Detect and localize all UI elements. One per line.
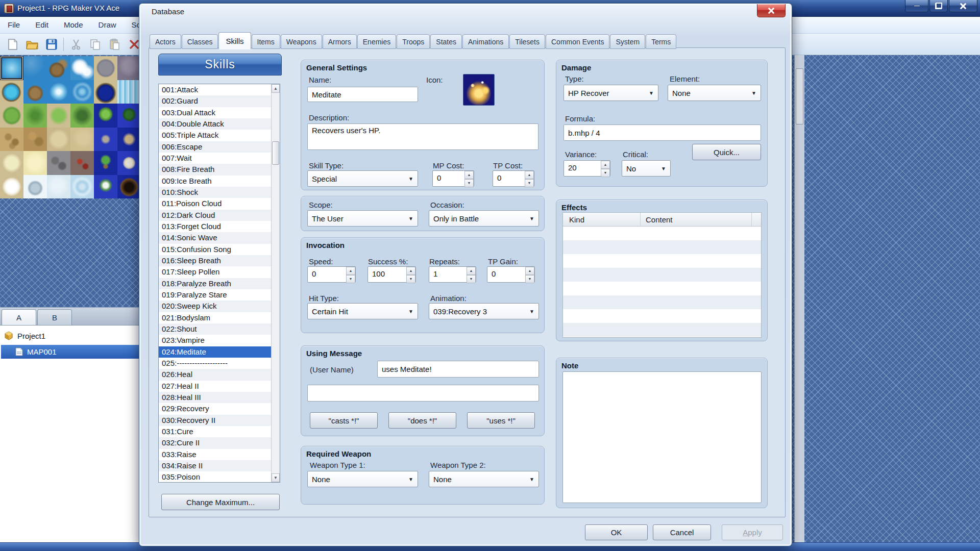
tab-common-events[interactable]: Common Events bbox=[546, 34, 609, 49]
skill-list-item[interactable]: 002:Guard bbox=[159, 95, 271, 107]
palette-tile[interactable] bbox=[47, 56, 70, 80]
effects-row[interactable] bbox=[563, 268, 761, 282]
palette-tile[interactable] bbox=[23, 151, 47, 175]
tp-cost-stepper[interactable]: 0 ▲▼ bbox=[493, 170, 534, 187]
critical-select[interactable]: No▼ bbox=[622, 160, 671, 177]
tab-armors[interactable]: Armors bbox=[323, 34, 357, 49]
tree-item-project[interactable]: Project1 bbox=[4, 330, 45, 342]
tab-enemies[interactable]: Enemies bbox=[357, 34, 396, 49]
skill-list-item[interactable]: 029:Recovery bbox=[159, 403, 271, 414]
skill-list-item[interactable]: 012:Dark Cloud bbox=[159, 210, 271, 221]
palette-tile[interactable] bbox=[117, 151, 141, 175]
effects-row[interactable] bbox=[563, 309, 761, 323]
paste-button[interactable] bbox=[107, 37, 122, 52]
new-project-button[interactable] bbox=[5, 37, 20, 52]
skill-list-item[interactable]: 016:Sleep Breath bbox=[159, 255, 271, 266]
palette-tile[interactable] bbox=[0, 80, 23, 104]
skill-list-item[interactable]: 019:Paralyze Stare bbox=[159, 289, 271, 300]
tab-troops[interactable]: Troops bbox=[397, 34, 430, 49]
spin-up-icon[interactable]: ▲ bbox=[464, 171, 474, 179]
palette-tile[interactable] bbox=[94, 128, 117, 152]
scroll-up-arrow[interactable]: ▲ bbox=[272, 84, 280, 93]
restore-button[interactable] bbox=[929, 0, 948, 12]
skill-list-item[interactable]: 024:Meditate bbox=[159, 346, 271, 358]
spin-down-icon[interactable]: ▼ bbox=[467, 275, 476, 283]
tab-skills[interactable]: Skills bbox=[218, 32, 251, 49]
tab-tilesets[interactable]: Tilesets bbox=[509, 34, 545, 49]
repeats-stepper[interactable]: 1 ▲▼ bbox=[429, 266, 476, 283]
palette-tile[interactable] bbox=[23, 56, 47, 80]
element-select[interactable]: None▼ bbox=[668, 85, 761, 101]
weapon-type2-select[interactable]: None▼ bbox=[429, 471, 539, 487]
tp-gain-stepper[interactable]: 0 ▲▼ bbox=[487, 266, 535, 283]
spin-up-icon[interactable]: ▲ bbox=[346, 267, 355, 275]
skill-list-item[interactable]: 005:Triple Attack bbox=[159, 130, 271, 141]
tab-states[interactable]: States bbox=[430, 34, 462, 49]
message-preset-button[interactable]: "casts *!" bbox=[310, 412, 378, 429]
save-button[interactable] bbox=[44, 37, 59, 52]
tab-animations[interactable]: Animations bbox=[462, 34, 509, 49]
palette-tile[interactable] bbox=[47, 80, 70, 104]
palette-tile[interactable] bbox=[70, 128, 94, 152]
hit-type-select[interactable]: Certain Hit▼ bbox=[307, 303, 418, 319]
palette-tile[interactable] bbox=[94, 56, 117, 80]
palette-tile[interactable] bbox=[0, 128, 23, 152]
palette-tile[interactable] bbox=[0, 56, 23, 80]
skill-list-item[interactable]: 021:Bodyslam bbox=[159, 312, 271, 323]
copy-button[interactable] bbox=[88, 37, 103, 52]
formula-input[interactable] bbox=[564, 124, 761, 141]
skill-list-item[interactable]: 023:Vampire bbox=[159, 335, 271, 346]
effects-rows[interactable] bbox=[562, 227, 762, 338]
skills-scrollbar-thumb[interactable] bbox=[272, 141, 279, 165]
tab-actors[interactable]: Actors bbox=[150, 34, 181, 49]
palette-tile[interactable] bbox=[117, 80, 141, 104]
cancel-button[interactable]: Cancel bbox=[653, 524, 711, 540]
close-window-button[interactable] bbox=[949, 0, 977, 12]
skills-list-scrollbar[interactable]: ▲ ▼ bbox=[271, 84, 280, 482]
palette-tile[interactable] bbox=[117, 175, 141, 199]
skill-list-item[interactable]: 026:Heal bbox=[159, 369, 271, 380]
skill-list-item[interactable]: 011:Poison Cloud bbox=[159, 198, 271, 209]
spin-up-icon[interactable]: ▲ bbox=[467, 267, 476, 275]
skill-list-item[interactable]: 020:Sweep Kick bbox=[159, 300, 271, 312]
palette-tile[interactable] bbox=[0, 151, 23, 175]
palette-tile[interactable] bbox=[70, 175, 94, 199]
tab-system[interactable]: System bbox=[610, 34, 645, 49]
message-line1-input[interactable] bbox=[377, 361, 539, 378]
weapon-type1-select[interactable]: None▼ bbox=[307, 471, 418, 487]
skill-list-item[interactable]: 033:Raise bbox=[159, 449, 271, 460]
effects-row[interactable] bbox=[563, 295, 761, 309]
palette-tile[interactable] bbox=[70, 151, 94, 175]
spin-down-icon[interactable]: ▼ bbox=[601, 169, 610, 177]
name-input[interactable] bbox=[307, 87, 418, 102]
palette-tile[interactable] bbox=[0, 175, 23, 199]
menu-edit[interactable]: Edit bbox=[28, 17, 56, 34]
skill-list-item[interactable]: 034:Raise II bbox=[159, 460, 271, 471]
message-line2-input[interactable] bbox=[307, 385, 539, 402]
menu-mode[interactable]: Mode bbox=[56, 17, 91, 34]
palette-tile[interactable] bbox=[23, 104, 47, 128]
palette-tile[interactable] bbox=[23, 175, 47, 199]
palette-tile[interactable] bbox=[117, 128, 141, 152]
spin-down-icon[interactable]: ▼ bbox=[346, 275, 355, 283]
open-project-button[interactable] bbox=[24, 37, 40, 52]
menu-draw[interactable]: Draw bbox=[91, 17, 124, 34]
effects-column-kind[interactable]: Kind bbox=[563, 213, 641, 226]
skill-list-item[interactable]: 017:Sleep Pollen bbox=[159, 266, 271, 278]
scope-select[interactable]: The User▼ bbox=[307, 210, 418, 227]
dialog-close-button[interactable] bbox=[757, 4, 786, 17]
effects-row[interactable] bbox=[563, 240, 761, 254]
tab-weapons[interactable]: Weapons bbox=[281, 34, 322, 49]
map-scrollbar-thumb[interactable] bbox=[796, 68, 803, 124]
skill-list-item[interactable]: 018:Paralyze Breath bbox=[159, 278, 271, 289]
cut-button[interactable] bbox=[68, 37, 84, 52]
mp-cost-stepper[interactable]: 0 ▲▼ bbox=[432, 170, 474, 187]
palette-tile[interactable] bbox=[70, 104, 94, 128]
skill-list-item[interactable]: 013:Forget Cloud bbox=[159, 221, 271, 232]
palette-tab-a[interactable]: A bbox=[2, 309, 36, 325]
occasion-select[interactable]: Only in Battle▼ bbox=[429, 210, 539, 227]
palette-tab-b[interactable]: B bbox=[37, 309, 72, 325]
palette-tile[interactable] bbox=[0, 104, 23, 128]
menu-file[interactable]: File bbox=[0, 17, 28, 34]
map-vertical-scrollbar[interactable] bbox=[794, 55, 804, 542]
